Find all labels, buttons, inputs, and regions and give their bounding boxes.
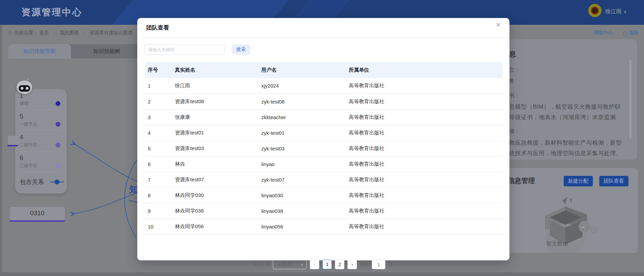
cell-username: linyao038 (259, 203, 346, 219)
cell-index: 2 (145, 94, 172, 109)
cell-index: 9 (145, 203, 172, 219)
table-row: 7 资源库test07 zyk-test07 高等教育出版社 (145, 172, 503, 187)
close-icon[interactable]: × (496, 21, 501, 29)
svg-text:∞: ∞ (581, 224, 585, 230)
legend-relation-label: 包含关系 (20, 178, 50, 186)
table-header-row: 序号 真实姓名 用户名 所属单位 (145, 62, 503, 78)
col-index: 序号 (145, 62, 172, 78)
empty-state-text: 暂无数据 (546, 240, 568, 247)
info-manage-title: 信息管理 (508, 176, 535, 185)
user-menu[interactable]: 徐江雨∨ (605, 8, 627, 15)
cell-username: xjy2024 (259, 78, 346, 94)
info-text-line: 立： (509, 67, 520, 74)
cell-real-name: 资源库test03 (172, 141, 259, 156)
cell-username: zyk-test01 (259, 125, 346, 141)
legend-label: 课程 (20, 100, 56, 107)
svg-text:+: + (542, 214, 544, 218)
divider (137, 37, 509, 37)
legend-label: 一级节点 (20, 121, 56, 127)
info-text-line: 务 (509, 78, 515, 85)
chevron-down-icon: ∨ (301, 260, 303, 269)
legend-label: 三级节点 (20, 163, 56, 169)
help-center-link[interactable]: 帮助中心 (594, 30, 613, 35)
cell-organization: 高等教育出版社 (346, 78, 503, 94)
search-input[interactable] (144, 44, 225, 55)
cell-index: 8 (145, 187, 172, 203)
breadcrumb-prefix: 当前位置： (14, 30, 38, 35)
cell-organization: 高等教育出版社 (346, 141, 503, 156)
cell-index: 5 (145, 141, 172, 156)
cell-real-name: 徐江雨 (172, 78, 259, 94)
app-title: 资源管理中心 (21, 6, 82, 18)
cell-real-name: 资源库test01 (172, 125, 259, 141)
pagination-total: 共 13 条 (254, 261, 270, 268)
next-page-button[interactable]: › (347, 260, 357, 269)
mindmap-center-node-fragment: 知 (129, 183, 138, 196)
cell-real-name: 资源库test08 (172, 94, 259, 109)
team-members-table: 序号 真实姓名 用户名 所属单位 1 徐江雨 xjy2024 高等教育出版社 (145, 62, 503, 235)
breadcrumb-item-repo-graph[interactable]: 资源库对接知识图谱 (90, 30, 133, 35)
cell-organization: 高等教育出版社 (346, 172, 503, 187)
legend-color-dot (56, 101, 60, 106)
cell-username: zyk-test08 (259, 94, 346, 109)
svg-text:+: + (559, 198, 561, 203)
page-size-select[interactable]: 10条/页 ∨ (273, 260, 307, 269)
new-assign-button[interactable]: 新建分配 (564, 176, 593, 186)
legend-item: 6 三级节点 (15, 151, 67, 172)
cell-real-name: 林垚 (172, 156, 259, 172)
mindmap-node-fragment (7, 135, 18, 145)
pagination: 共 13 条 10条/页 ∨ ‹ 1 2 › 前往 页 (137, 260, 509, 269)
legend-count: 4 (20, 133, 67, 141)
legend-item: 4 二级节点 (15, 131, 67, 151)
cell-real-name: 张康康 (172, 109, 259, 125)
info-text-line: 书： (509, 92, 520, 99)
table-row: 3 张康康 zkkteacher 高等教育出版社 (145, 109, 503, 125)
cell-username: zkkteacher (259, 109, 346, 125)
tab-knowledge-skill-tree[interactable]: 知识技能树 (71, 44, 143, 58)
breadcrumb-item-my-graphs[interactable]: 我的图谱 (60, 30, 79, 35)
table-row: 1 徐江雨 xjy2024 高等教育出版社 (145, 78, 503, 94)
info-text-line: 统技术与应用，地理空间信息采集与处理。 (509, 149, 622, 157)
page-button-1[interactable]: 1 (322, 260, 332, 269)
cell-real-name: 资源库test07 (172, 172, 259, 187)
info-text-line: 息模型（BIM），航空器灭火救援与救护职 (509, 103, 621, 111)
search-button[interactable]: 搜索 (232, 44, 250, 55)
info-text-line: 救应急救援，新材料智能生产与检测，新型 (509, 139, 622, 147)
table-row: 9 林垚同学038 linyao038 高等教育出版社 (145, 203, 503, 219)
page-footer-strip (0, 272, 644, 276)
mindmap-node-0310[interactable]: 0310 (9, 206, 65, 221)
chevron-down-icon: ∨ (624, 10, 627, 14)
cell-username: linyao030 (259, 187, 346, 203)
goto-label: 前往 (360, 261, 369, 268)
table-row: 2 资源库test08 zyk-test08 高等教育出版社 (145, 94, 503, 109)
cell-username: zyk-test07 (259, 172, 346, 187)
back-link[interactable]: ←返回 (623, 30, 639, 35)
cell-organization: 高等教育出版社 (346, 156, 503, 172)
info-text-line: 息 (509, 50, 516, 59)
goto-page-input[interactable] (372, 260, 385, 269)
scrollbar-thumb[interactable] (629, 60, 631, 139)
cell-organization: 高等教育出版社 (346, 187, 503, 203)
cell-index: 6 (145, 156, 172, 172)
user-avatar[interactable] (588, 4, 602, 17)
legend-color-dot (56, 122, 60, 127)
legend-count: 5 (20, 113, 67, 120)
dialog-title: 团队查看 (146, 24, 169, 32)
table-row: 4 资源库test01 zyk-test01 高等教育出版社 (145, 125, 503, 141)
legend-count: 6 (20, 154, 67, 162)
info-text-line: 项： (509, 128, 520, 135)
tab-knowledge-skill-map[interactable]: 知识技能导图 (8, 44, 71, 58)
svg-text:+: + (579, 204, 582, 210)
prev-page-button[interactable]: ‹ (310, 260, 319, 269)
cell-username: linyao056 (259, 219, 346, 234)
table-row: 10 林垚同学056 linyao056 高等教育出版社 (145, 219, 503, 234)
cell-organization: 高等教育出版社 (346, 94, 503, 109)
cell-organization: 高等教育出版社 (346, 219, 503, 234)
team-view-button[interactable]: 团队查看 (599, 176, 628, 186)
col-username: 用户名 (259, 62, 346, 78)
location-pin-icon: ◎ (8, 30, 12, 35)
breadcrumb-actions: 帮助中心 ←返回 (594, 30, 639, 36)
page-button-2[interactable]: 2 (335, 260, 344, 269)
breadcrumb-item-home[interactable]: 首页 (39, 30, 49, 35)
cell-username: zyk-test03 (259, 141, 346, 156)
